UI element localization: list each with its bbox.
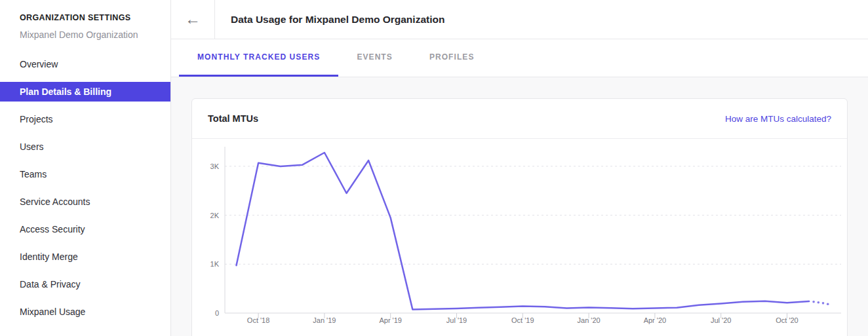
sidebar-item-projects[interactable]: Projects	[0, 105, 170, 133]
chart-area: 01K2K3KOct '18Jan '19Apr '19Jul '19Oct '…	[192, 139, 847, 336]
x-axis-tick-label: Apr '20	[644, 316, 667, 324]
card-title: Total MTUs	[208, 113, 258, 124]
app-window: ORGANIZATION SETTINGS Mixpanel Demo Orga…	[0, 0, 868, 336]
tab-profiles[interactable]: PROFILES	[411, 39, 493, 77]
sidebar-item-data-privacy[interactable]: Data & Privacy	[0, 271, 170, 298]
mtu-line-chart: 01K2K3KOct '18Jan '19Apr '19Jul '19Oct '…	[192, 139, 847, 336]
projection-dot	[822, 302, 825, 305]
sidebar-item-identity-merge[interactable]: Identity Merge	[0, 243, 170, 271]
y-axis-tick-label: 2K	[210, 212, 220, 219]
back-arrow-icon: ←	[185, 11, 201, 27]
y-axis-tick-label: 0	[215, 309, 219, 317]
sidebar: ORGANIZATION SETTINGS Mixpanel Demo Orga…	[0, 0, 171, 336]
x-axis-tick-label: Oct '20	[776, 316, 799, 324]
sidebar-header: ORGANIZATION SETTINGS Mixpanel Demo Orga…	[0, 0, 170, 40]
page-title: Data Usage for Mixpanel Demo Organizatio…	[215, 0, 444, 39]
page-header: ← Data Usage for Mixpanel Demo Organizat…	[171, 0, 868, 39]
x-axis-tick-label: Oct '19	[511, 316, 534, 324]
tab-events[interactable]: EVENTS	[338, 39, 411, 77]
x-axis-tick-label: Jul '19	[446, 316, 467, 324]
y-axis-tick-label: 3K	[210, 162, 220, 170]
y-axis-tick-label: 1K	[210, 260, 220, 268]
x-axis-tick-label: Oct '18	[247, 316, 270, 324]
mtu-series-line	[237, 153, 810, 309]
back-button[interactable]: ←	[171, 0, 215, 39]
tabs-bar: MONTHLY TRACKED USERSEVENTSPROFILES	[171, 39, 868, 77]
sidebar-item-mixpanel-usage[interactable]: Mixpanel Usage	[0, 298, 170, 326]
sidebar-item-access-security[interactable]: Access Security	[0, 215, 170, 243]
tab-monthly-tracked-users[interactable]: MONTHLY TRACKED USERS	[179, 39, 338, 77]
x-axis-tick-label: Jan '19	[313, 316, 336, 324]
total-mtus-card: Total MTUs How are MTUs calculated? 01K2…	[191, 98, 848, 336]
main-area: ← Data Usage for Mixpanel Demo Organizat…	[171, 0, 868, 336]
sidebar-item-plan-details-billing[interactable]: Plan Details & Billing	[0, 82, 170, 102]
sidebar-item-users[interactable]: Users	[0, 133, 170, 160]
sidebar-nav: OverviewPlan Details & BillingProjectsUs…	[0, 50, 170, 326]
card-header: Total MTUs How are MTUs calculated?	[192, 99, 847, 139]
sidebar-item-overview[interactable]: Overview	[0, 50, 170, 78]
sidebar-title: ORGANIZATION SETTINGS	[20, 13, 151, 22]
projection-dot	[818, 301, 820, 304]
x-axis-tick-label: Apr '19	[379, 316, 402, 324]
sidebar-item-service-accounts[interactable]: Service Accounts	[0, 188, 170, 215]
content-area: Total MTUs How are MTUs calculated? 01K2…	[171, 77, 868, 336]
organization-name: Mixpanel Demo Organization	[20, 29, 151, 40]
projection-dot	[812, 301, 815, 303]
projection-dot	[827, 303, 829, 305]
how-are-mtus-calculated-link[interactable]: How are MTUs calculated?	[725, 114, 831, 124]
x-axis-tick-label: Jan '20	[578, 316, 601, 324]
x-axis-tick-label: Jul '20	[711, 316, 731, 324]
sidebar-item-teams[interactable]: Teams	[0, 160, 170, 188]
